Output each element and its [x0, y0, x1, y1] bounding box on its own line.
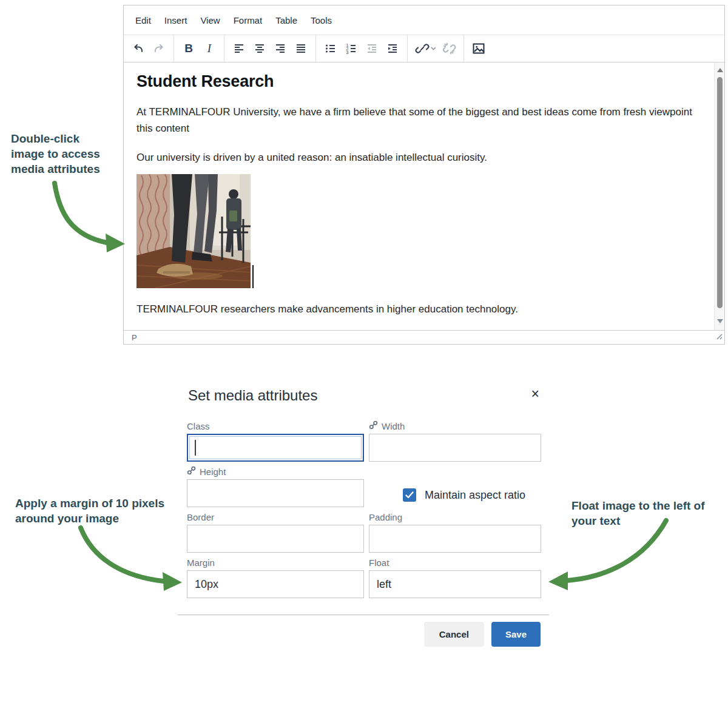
svg-text:3: 3 [346, 50, 349, 55]
constrain-link-icon [187, 466, 196, 477]
annotation-float: Float image to the left of your text [571, 498, 707, 528]
redo-icon [152, 41, 166, 56]
aspect-ratio-group: Maintain aspect ratio [369, 466, 541, 507]
class-input[interactable] [187, 434, 364, 462]
italic-button[interactable]: I [199, 38, 220, 59]
padding-field-label: Padding [369, 512, 402, 522]
height-field-group: Height [187, 466, 364, 507]
toolbar-group-link [408, 35, 464, 62]
insert-image-button[interactable] [468, 38, 489, 59]
undo-button[interactable] [128, 38, 149, 59]
annotation-double-click: Double-click image to access media attri… [11, 131, 115, 177]
chevron-down-icon [431, 47, 436, 50]
editor-toolbar: B I 123 [124, 35, 724, 62]
arrow-to-image [55, 183, 107, 243]
ordered-list-button[interactable]: 123 [341, 38, 362, 59]
editor-scrollbar[interactable] [714, 62, 724, 330]
indent-button[interactable] [382, 38, 403, 59]
height-field-label: Height [200, 467, 226, 477]
toolbar-group-history [124, 35, 174, 62]
menu-edit[interactable]: Edit [129, 10, 158, 30]
menu-format[interactable]: Format [227, 10, 269, 30]
float-field-label: Float [369, 558, 389, 568]
content-paragraph: Our university is driven by a united rea… [136, 149, 698, 166]
outdent-button[interactable] [362, 38, 382, 59]
class-field-group: Class [187, 420, 364, 462]
link-icon [415, 41, 430, 56]
scroll-down-icon[interactable] [717, 319, 723, 323]
width-input[interactable] [369, 434, 541, 462]
class-field-label: Class [187, 421, 210, 431]
arrow-to-float-field [567, 521, 666, 581]
align-center-icon [252, 41, 267, 56]
height-input[interactable] [187, 479, 364, 507]
align-justify-button[interactable] [291, 38, 311, 59]
link-button[interactable] [412, 38, 439, 59]
unordered-list-button[interactable] [320, 38, 341, 59]
text-caret [252, 265, 254, 288]
undo-icon [131, 41, 146, 56]
width-field-label: Width [382, 421, 405, 431]
cancel-button[interactable]: Cancel [424, 622, 484, 647]
arrow-to-margin-field [81, 528, 164, 581]
align-right-icon [273, 41, 288, 56]
margin-field-group: Margin [187, 557, 364, 598]
close-icon[interactable]: × [529, 385, 542, 403]
editor-statusbar: P [124, 330, 724, 344]
redo-button[interactable] [149, 38, 169, 59]
unlink-icon [442, 41, 456, 56]
maintain-aspect-ratio-checkbox[interactable] [403, 488, 416, 502]
align-right-button[interactable] [270, 38, 291, 59]
toolbar-group-align [224, 35, 316, 62]
scrollbar-thumb[interactable] [717, 77, 723, 308]
width-field-group: Width [369, 420, 541, 462]
margin-field-label: Margin [187, 558, 215, 568]
outdent-icon [365, 41, 379, 56]
border-field-label: Border [187, 512, 214, 522]
italic-icon: I [207, 42, 211, 55]
insert-image-icon [471, 41, 486, 56]
aspect-ratio-label: Maintain aspect ratio [425, 489, 525, 502]
scroll-up-icon[interactable] [717, 68, 723, 72]
align-justify-icon [294, 41, 308, 56]
content-heading: Student Research [136, 72, 698, 91]
bold-button[interactable]: B [178, 38, 199, 59]
unordered-list-icon [323, 41, 338, 56]
align-center-button[interactable] [249, 38, 270, 59]
ordered-list-icon: 123 [344, 41, 359, 56]
menu-tools[interactable]: Tools [304, 10, 339, 30]
float-input[interactable] [369, 570, 541, 598]
margin-input[interactable] [187, 570, 364, 598]
align-left-button[interactable] [229, 38, 249, 59]
align-left-icon [232, 41, 246, 56]
content-image[interactable] [136, 174, 251, 288]
content-paragraph: TERMINALFOUR researchers make advancemen… [136, 301, 698, 317]
indent-icon [385, 41, 400, 56]
input-caret [195, 440, 196, 456]
menu-table[interactable]: Table [269, 10, 304, 30]
float-field-group: Float [369, 557, 541, 598]
content-paragraph: At TERMINALFOUR University, we have a fi… [136, 104, 698, 136]
unlink-button[interactable] [439, 38, 459, 59]
menu-insert[interactable]: Insert [158, 10, 194, 30]
annotation-margin: Apply a margin of 10 pixels around your … [15, 496, 170, 526]
editor-content-area[interactable]: Student Research At TERMINALFOUR Univers… [124, 62, 724, 330]
padding-input[interactable] [369, 525, 541, 553]
element-path[interactable]: P [132, 333, 137, 342]
image-paragraph [136, 174, 698, 288]
toolbar-group-lists: 123 [316, 35, 408, 62]
toolbar-group-format: B I [174, 35, 224, 62]
editor-menubar: Edit Insert View Format Table Tools [124, 5, 724, 35]
constrain-link-icon [369, 420, 378, 431]
toolbar-group-media [464, 35, 493, 62]
set-media-attributes-dialog: Set media attributes × Class Width Heigh… [178, 381, 549, 647]
save-button[interactable]: Save [491, 622, 541, 647]
resize-handle-icon[interactable] [716, 331, 723, 342]
rich-text-editor: Edit Insert View Format Table Tools B I … [123, 5, 725, 345]
bold-icon: B [184, 42, 193, 55]
dialog-title: Set media attributes [188, 385, 317, 406]
menu-view[interactable]: View [194, 10, 226, 30]
border-input[interactable] [187, 525, 364, 553]
border-field-group: Border [187, 511, 364, 553]
padding-field-group: Padding [369, 511, 541, 553]
